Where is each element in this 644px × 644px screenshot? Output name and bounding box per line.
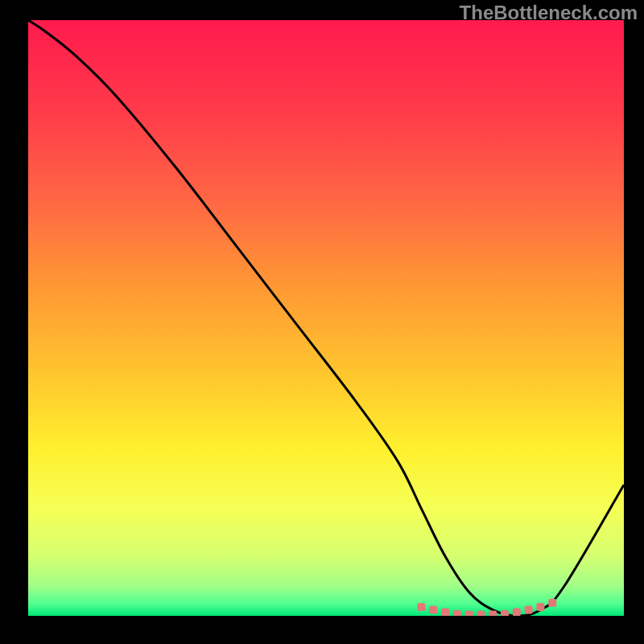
chart-svg xyxy=(28,20,624,616)
chart-container: TheBottleneck.com xyxy=(0,0,644,644)
optimal-marker xyxy=(477,611,485,616)
optimal-marker xyxy=(441,609,449,616)
optimal-marker xyxy=(453,610,461,616)
optimal-marker xyxy=(489,611,497,616)
optimal-marker xyxy=(501,610,509,616)
optimal-marker xyxy=(429,606,437,614)
optimal-marker xyxy=(525,606,533,614)
plot-area xyxy=(28,20,624,616)
gradient-background xyxy=(28,20,624,616)
watermark-text: TheBottleneck.com xyxy=(460,2,638,24)
optimal-marker xyxy=(513,609,521,616)
optimal-marker xyxy=(536,603,544,611)
optimal-marker xyxy=(548,599,556,607)
optimal-marker xyxy=(417,603,425,611)
optimal-marker xyxy=(465,611,473,616)
